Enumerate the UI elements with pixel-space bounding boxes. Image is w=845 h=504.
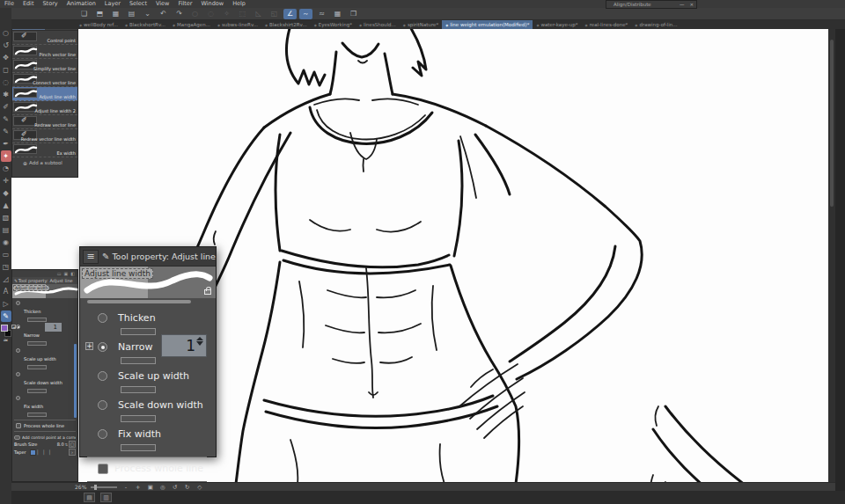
tool-icon[interactable]: ✐: [1, 101, 11, 113]
spinner-icons[interactable]: ⇅: [65, 442, 68, 447]
tool-icon[interactable]: ◳: [1, 261, 11, 273]
menu-item-select[interactable]: Select: [125, 0, 151, 8]
tool-option-row[interactable]: + Scale up width: [12, 347, 77, 369]
menu-item-view[interactable]: View: [151, 0, 173, 8]
tool-icon[interactable]: ○: [1, 27, 11, 39]
process-whole-line-row[interactable]: Process whole line: [80, 463, 216, 474]
status-bar-icon[interactable]: -: [121, 484, 129, 491]
document-tab[interactable]: ◆ water-kaye-up*: [533, 20, 581, 29]
status-bar-icon[interactable]: ↺: [171, 484, 179, 491]
tool-icon[interactable]: ▧: [1, 212, 11, 223]
brush-size-value[interactable]: 8.0: [57, 442, 64, 447]
stroke-preview[interactable]: Adjust line width: [12, 284, 77, 298]
close-icon[interactable]: ×: [687, 2, 696, 7]
tool-icon[interactable]: ◔: [1, 163, 11, 174]
menu-item-animation[interactable]: Animation: [62, 0, 100, 8]
toolbar-icon[interactable]: ⬚: [236, 9, 249, 19]
panel-menu-icon[interactable]: ◧: [70, 271, 75, 276]
sub-tool-item[interactable]: Control point: [12, 31, 77, 45]
main-color-swatch[interactable]: [1, 325, 8, 332]
tool-icon[interactable]: ◻: [1, 64, 11, 76]
zoom-slider[interactable]: [91, 486, 117, 488]
control-point-row[interactable]: Add control point at a corner: [12, 435, 77, 440]
color-swatches[interactable]: [1, 325, 11, 337]
canvas-vertical-scrollbar[interactable]: [828, 29, 835, 482]
tool-icon[interactable]: ▭: [1, 249, 11, 260]
tool-icon[interactable]: A: [1, 286, 11, 297]
radio-button[interactable]: [98, 371, 107, 381]
sub-tool-item[interactable]: Redraw vector line width: [12, 129, 77, 143]
sub-tool-item[interactable]: Connect vector line: [12, 73, 77, 87]
expand-icon[interactable]: +: [85, 342, 93, 350]
tool-option-row[interactable]: + Narrow 1: [98, 338, 216, 364]
toolbar-icon[interactable]: ◺: [252, 9, 265, 19]
tool-icon[interactable]: ◌: [1, 77, 11, 88]
tool-icon[interactable]: ✦: [1, 150, 11, 162]
document-tab[interactable]: ◆ linesShould...: [356, 20, 400, 29]
tool-option-row[interactable]: + Thicken: [12, 300, 77, 322]
menu-item-filter[interactable]: Filter: [173, 0, 196, 8]
status-bar-icon[interactable]: +: [134, 484, 142, 491]
document-tab[interactable]: ◆ Blackshirt2Rv...: [261, 20, 311, 29]
tool-icon[interactable]: ✛: [1, 175, 11, 186]
option-input[interactable]: [121, 386, 156, 393]
tool-icon[interactable]: ✥: [1, 52, 11, 63]
tool-option-row[interactable]: + Narrow 1: [12, 324, 77, 346]
tool-option-row[interactable]: + Scale down width: [12, 371, 77, 393]
radio-button[interactable]: [98, 313, 107, 323]
taper-row[interactable]: Taper ▏▏▏ ›: [12, 448, 77, 456]
toolbar-icon[interactable]: ≈: [315, 9, 328, 19]
menu-item-window[interactable]: Window: [197, 0, 229, 8]
tool-option-row[interactable]: + Scale up width: [98, 367, 216, 393]
radio-button[interactable]: [16, 372, 20, 376]
document-tab[interactable]: ◆ EyesWorking*: [311, 20, 356, 29]
checkbox[interactable]: [16, 423, 21, 428]
radio-button[interactable]: [98, 400, 107, 410]
panel-title[interactable]: ✎ Tool property: Adjust line: [12, 277, 77, 284]
zoom-slider-knob[interactable]: [94, 485, 97, 490]
radio-button[interactable]: [98, 342, 107, 352]
tool-icon[interactable]: ✱: [1, 89, 11, 100]
option-input[interactable]: [121, 328, 156, 335]
value-field[interactable]: 1: [45, 323, 62, 332]
option-input[interactable]: [121, 444, 156, 451]
value-field[interactable]: 1: [161, 334, 207, 357]
tool-icon[interactable]: ▷: [1, 298, 11, 310]
toolbar-icon[interactable]: ∠: [283, 9, 297, 19]
taper-expand-button[interactable]: ›: [69, 449, 76, 456]
preview-scrollbar[interactable]: [87, 300, 191, 303]
toolbar-icon[interactable]: ↶: [157, 9, 170, 19]
toolbar-icon[interactable]: ▤: [125, 9, 138, 19]
toolbar-icon[interactable]: ◌: [204, 9, 217, 19]
minimize-icon[interactable]: —: [677, 2, 687, 7]
document-tab[interactable]: ◆ MangaAgen...: [169, 20, 214, 29]
document-tab[interactable]: ◆ BlackshortRv...: [121, 20, 169, 29]
hamburger-menu-icon[interactable]: ≡: [83, 250, 99, 264]
status-bar-icon[interactable]: ▣: [146, 484, 154, 491]
toolbar-icon[interactable]: ↷: [173, 9, 186, 19]
taper-swatch[interactable]: [30, 449, 36, 456]
popup-header[interactable]: ≡ ✎ Tool property: Adjust line: [80, 247, 216, 267]
dock-icon[interactable]: ▣: [64, 271, 69, 276]
page-bar-icon[interactable]: ▤: [84, 493, 95, 502]
document-tab[interactable]: ◆ drawing-of-lin...: [631, 20, 680, 29]
document-tab[interactable]: ◆ wellBody ref...: [76, 20, 121, 29]
toolbar-icon[interactable]: ～: [299, 9, 312, 19]
status-bar-icon[interactable]: ↻: [183, 484, 191, 491]
menu-item-help[interactable]: Help: [228, 0, 250, 8]
document-tab[interactable]: ◆ spiritNature*: [400, 20, 442, 29]
stroke-preview[interactable]: Adjust line width: [80, 267, 216, 298]
status-bar-icon[interactable]: ◇: [195, 484, 203, 491]
status-bar-icon[interactable]: ◎: [158, 484, 166, 491]
page-bar-icon[interactable]: ▥: [100, 493, 112, 502]
tool-icon[interactable]: ✎: [1, 310, 11, 322]
toolbar-icon[interactable]: ◱: [268, 9, 281, 19]
toolbar-icon[interactable]: ○: [188, 9, 202, 19]
tool-icon[interactable]: ✒: [1, 138, 11, 150]
brush-size-options-button[interactable]: ▢: [69, 441, 76, 448]
tool-icon[interactable]: ◆: [1, 187, 11, 199]
tool-option-row[interactable]: + Scale down width: [98, 396, 216, 422]
panel-scrollbar[interactable]: [74, 344, 77, 418]
scrollbar-thumb[interactable]: [830, 40, 834, 207]
menu-item-file[interactable]: File: [0, 0, 18, 8]
